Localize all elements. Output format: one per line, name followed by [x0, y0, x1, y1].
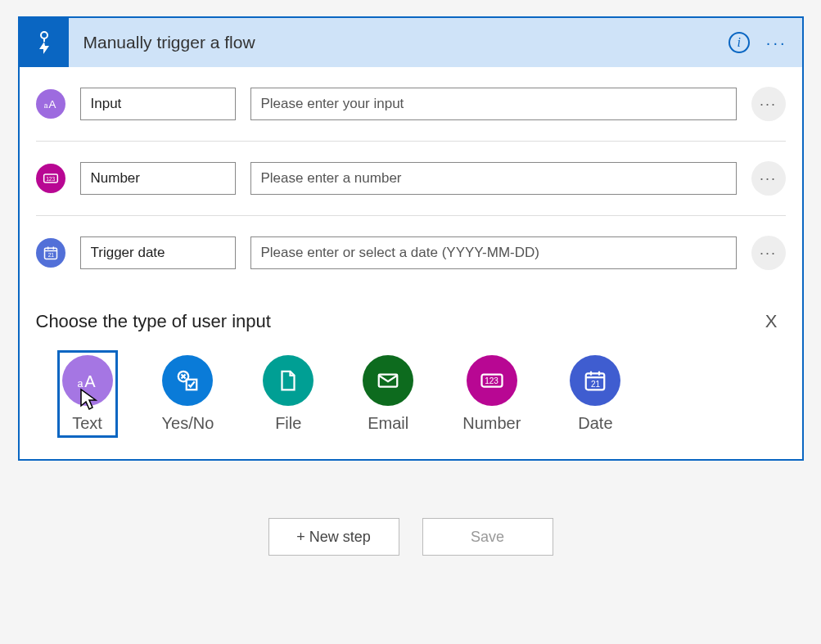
- date-icon: 21: [36, 238, 65, 268]
- close-icon[interactable]: X: [757, 308, 786, 336]
- number-icon: 123: [36, 164, 65, 193]
- more-icon[interactable]: ···: [766, 34, 787, 52]
- type-option-file[interactable]: File: [258, 350, 318, 438]
- input-name-field[interactable]: [80, 236, 236, 269]
- type-label: Date: [578, 414, 612, 433]
- input-row: 21···: [36, 216, 786, 290]
- header-actions: i ···: [729, 32, 802, 53]
- type-label: File: [275, 414, 301, 433]
- card-title: Manually trigger a flow: [69, 33, 729, 52]
- svg-text:123: 123: [485, 376, 498, 385]
- trigger-icon: [20, 18, 69, 67]
- input-row: aA···: [36, 67, 786, 142]
- type-option-email[interactable]: Email: [358, 350, 418, 438]
- text-icon: aA: [36, 89, 65, 119]
- file-icon: [263, 355, 314, 406]
- input-row: 123···: [36, 142, 786, 216]
- trigger-card: Manually trigger a flow i ··· aA···123··…: [18, 16, 804, 461]
- yesno-icon: [162, 355, 213, 406]
- type-label: Email: [368, 414, 408, 433]
- card-body: aA···123···21···: [20, 67, 802, 290]
- type-option-text[interactable]: aAText: [57, 350, 118, 438]
- card-header: Manually trigger a flow i ···: [20, 18, 802, 67]
- svg-text:A: A: [84, 372, 96, 390]
- svg-text:21: 21: [47, 252, 54, 258]
- type-heading: Choose the type of user input: [36, 311, 271, 332]
- row-more-icon[interactable]: ···: [751, 236, 786, 270]
- type-option-date[interactable]: 21Date: [565, 350, 625, 438]
- input-placeholder-field[interactable]: [250, 88, 737, 120]
- type-grid: aATextYes/NoFileEmail123Number21Date: [36, 350, 786, 438]
- type-option-yesno[interactable]: Yes/No: [157, 350, 219, 438]
- date-icon: 21: [570, 355, 620, 406]
- number-icon: 123: [467, 355, 517, 406]
- input-placeholder-field[interactable]: [250, 236, 737, 269]
- choose-type-section: Choose the type of user input X aATextYe…: [20, 290, 802, 459]
- info-icon[interactable]: i: [729, 32, 750, 53]
- new-step-button[interactable]: + New step: [268, 518, 399, 556]
- save-button[interactable]: Save: [422, 518, 553, 556]
- email-icon: [363, 355, 413, 406]
- svg-text:a: a: [77, 378, 83, 390]
- svg-text:21: 21: [591, 380, 601, 389]
- type-label: Yes/No: [162, 414, 214, 433]
- svg-text:123: 123: [46, 176, 55, 182]
- type-label: Text: [72, 414, 102, 433]
- svg-point-0: [41, 32, 47, 38]
- footer: + New step Save: [16, 518, 805, 556]
- input-name-field[interactable]: [80, 88, 236, 120]
- type-label: Number: [462, 414, 521, 433]
- type-header: Choose the type of user input X: [36, 308, 786, 336]
- svg-text:a: a: [43, 101, 47, 110]
- text-icon: aA: [62, 355, 113, 406]
- row-more-icon[interactable]: ···: [751, 87, 786, 121]
- input-name-field[interactable]: [80, 162, 236, 195]
- type-option-number[interactable]: 123Number: [458, 350, 526, 438]
- input-placeholder-field[interactable]: [250, 162, 737, 195]
- svg-text:A: A: [48, 98, 56, 110]
- row-more-icon[interactable]: ···: [751, 161, 786, 196]
